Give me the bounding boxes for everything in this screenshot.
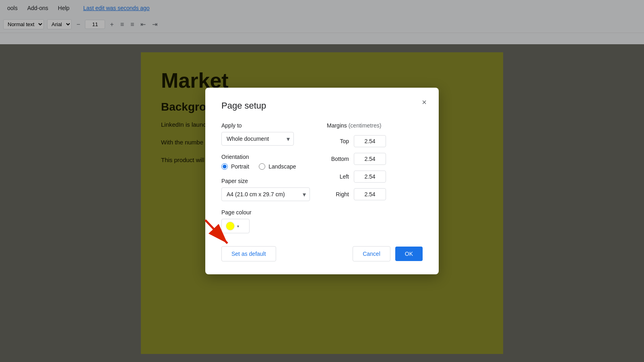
margin-right-label: Right [327, 191, 349, 197]
portrait-radio[interactable] [221, 163, 228, 170]
dialog-body: Apply to Whole document Orientation Port… [221, 122, 423, 233]
modal-overlay: Page setup × Apply to Whole document Ori… [0, 0, 644, 362]
landscape-option[interactable]: Landscape [259, 163, 296, 170]
cancel-button[interactable]: Cancel [353, 246, 390, 261]
portrait-label: Portrait [231, 163, 249, 170]
color-swatch [226, 222, 235, 230]
margin-left-label: Left [327, 173, 349, 180]
landscape-radio[interactable] [259, 163, 265, 170]
margin-bottom-label: Bottom [327, 156, 349, 162]
apply-to-select[interactable]: Whole document [221, 132, 294, 146]
margin-top-input[interactable] [354, 135, 386, 147]
margin-left-row: Left [327, 171, 423, 183]
margins-title: Margins (centimetres) [327, 122, 423, 129]
portrait-option[interactable]: Portrait [221, 163, 249, 170]
margin-right-row: Right [327, 188, 423, 200]
apply-to-select-wrapper: Whole document [221, 132, 294, 146]
page-colour-label: Page colour [221, 209, 317, 216]
dialog-footer: Set as default Cancel OK [221, 246, 423, 261]
set-default-button[interactable]: Set as default [221, 246, 276, 261]
margins-section: Margins (centimetres) Top Bottom Left Ri… [327, 122, 423, 233]
color-dropdown-arrow-icon: ▾ [237, 224, 239, 228]
margin-right-input[interactable] [354, 188, 386, 200]
orientation-label: Orientation [221, 154, 317, 160]
paper-size-select[interactable]: A4 (21.0 cm x 29.7 cm) [221, 187, 310, 201]
ok-button[interactable]: OK [395, 247, 423, 261]
orientation-section: Orientation Portrait Landscape [221, 154, 317, 170]
page-setup-dialog: Page setup × Apply to Whole document Ori… [205, 88, 439, 274]
orientation-group: Portrait Landscape [221, 163, 317, 170]
paper-size-select-wrapper: A4 (21.0 cm x 29.7 cm) [221, 187, 310, 201]
margin-top-label: Top [327, 138, 349, 144]
dialog-title: Page setup [221, 101, 423, 111]
paper-size-label: Paper size [221, 178, 317, 184]
margin-left-input[interactable] [354, 171, 386, 183]
paper-size-section: Paper size A4 (21.0 cm x 29.7 cm) [221, 178, 317, 201]
apply-to-section: Apply to Whole document [221, 122, 317, 146]
page-colour-button[interactable]: ▾ [221, 219, 250, 233]
margin-top-row: Top [327, 135, 423, 147]
close-button[interactable]: × [418, 96, 431, 109]
page-colour-section: Page colour ▾ [221, 209, 317, 233]
margins-unit: (centimetres) [349, 122, 382, 129]
set-default-wrapper: Set as default [221, 246, 276, 261]
dialog-left-col: Apply to Whole document Orientation Port… [221, 122, 317, 233]
margin-bottom-input[interactable] [354, 153, 386, 165]
margin-bottom-row: Bottom [327, 153, 423, 165]
landscape-label: Landscape [268, 163, 296, 170]
apply-to-label: Apply to [221, 122, 317, 129]
